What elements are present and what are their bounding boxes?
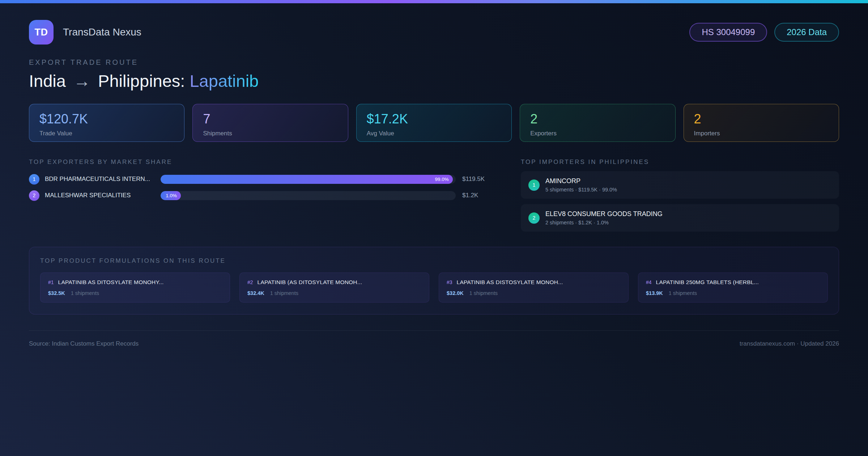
product-rank: #4 [646, 279, 652, 285]
market-share-bar-track: 1.0% [161, 191, 456, 200]
hs-code-badge[interactable]: HS 30049099 [689, 23, 767, 42]
stat-card-shipments: 7 Shipments [192, 104, 348, 142]
product-rank: #3 [447, 279, 452, 285]
product-card[interactable]: #3 LAPATINIB AS DISTOSYLATE MONOH... $32… [439, 273, 629, 303]
arrow-icon: → [71, 71, 93, 90]
products-grid: #1 LAPATINIB AS DITOSYLATE MONOHY... $32… [40, 273, 828, 303]
product-shipments: 1 shipments [71, 290, 99, 296]
product-name: LAPATINIB AS DISTOSYLATE MONOH... [457, 279, 563, 286]
title-product: Lapatinib [190, 71, 259, 90]
stat-value: $120.7K [39, 111, 174, 127]
stat-value: $17.2K [367, 111, 501, 127]
title-origin: India [29, 71, 66, 90]
title-destination: Philippines: [98, 71, 185, 90]
product-card[interactable]: #4 LAPATINIB 250MG TABLETS (HERBL... $13… [638, 273, 828, 303]
exporters-heading: TOP EXPORTERS BY MARKET SHARE [29, 159, 498, 166]
product-card-footer: $32.5K 1 shipments [48, 290, 222, 296]
exporter-row: 1 BDR PHARMACEUTICALS INTERN... 99.0% $1… [29, 174, 498, 185]
market-share-bar-fill: 99.0% [161, 175, 453, 184]
header-badges: HS 30049099 2026 Data [689, 23, 839, 42]
stat-card-avg-value: $17.2K Avg Value [356, 104, 512, 142]
product-card-header: #3 LAPATINIB AS DISTOSYLATE MONOH... [447, 279, 621, 286]
market-share-bar-track: 99.0% [161, 175, 456, 184]
importer-name: AMINCORP [545, 177, 617, 185]
product-name: LAPATINIB 250MG TABLETS (HERBL... [656, 279, 759, 286]
product-shipments: 1 shipments [270, 290, 298, 296]
brand-logo: TD [29, 20, 54, 45]
exporters-bar-chart: 1 BDR PHARMACEUTICALS INTERN... 99.0% $1… [29, 174, 498, 201]
exporter-name: BDR PHARMACEUTICALS INTERN... [39, 176, 161, 183]
stat-card-importers: 2 Importers [684, 104, 839, 142]
products-heading: TOP PRODUCT FORMULATIONS ON THIS ROUTE [40, 257, 828, 265]
main-columns: TOP EXPORTERS BY MARKET SHARE 1 BDR PHAR… [29, 159, 839, 232]
top-accent-bar [0, 0, 868, 3]
product-card[interactable]: #2 LAPATINIB (AS DITOSYLATE MONOH... $32… [239, 273, 429, 303]
product-value: $32.5K [48, 290, 65, 296]
rank-badge: 2 [528, 212, 540, 224]
exporter-name: MALLESHWAR SPECIALITIES [39, 192, 161, 199]
product-rank: #2 [247, 279, 253, 285]
stat-label: Exporters [530, 130, 665, 137]
stat-value: 2 [530, 111, 665, 127]
exporter-row: 2 MALLESHWAR SPECIALITIES 1.0% $1.2K [29, 190, 498, 201]
rank-badge: 2 [29, 190, 39, 201]
page-container: TD TransData Nexus HS 30049099 2026 Data… [0, 3, 868, 347]
importer-list-item[interactable]: 1 AMINCORP 5 shipments · $119.5K · 99.0% [521, 171, 839, 199]
page-title: India → Philippines: Lapatinib [29, 71, 839, 91]
eyebrow-label: EXPORT TRADE ROUTE [29, 58, 839, 67]
importer-info: AMINCORP 5 shipments · $119.5K · 99.0% [545, 177, 617, 193]
importer-name: ELEV8 CONSUMER GOODS TRADING [545, 210, 663, 218]
footer: Source: Indian Customs Export Records tr… [29, 330, 839, 347]
importers-section: TOP IMPORTERS IN PHILIPPINES 1 AMINCORP … [521, 159, 839, 232]
importer-info: ELEV8 CONSUMER GOODS TRADING 2 shipments… [545, 210, 663, 225]
market-share-bar-fill: 1.0% [161, 191, 181, 200]
stat-card-exporters: 2 Exporters [520, 104, 675, 142]
product-card-footer: $13.9K 1 shipments [646, 290, 820, 296]
product-shipments: 1 shipments [469, 290, 498, 296]
brand-name: TransData Nexus [63, 26, 141, 38]
stat-label: Importers [694, 130, 829, 137]
stat-value: 7 [203, 111, 337, 127]
footer-site: transdatanexus.com · Updated 2026 [740, 340, 839, 347]
header: TD TransData Nexus HS 30049099 2026 Data [29, 3, 839, 45]
footer-source: Source: Indian Customs Export Records [29, 340, 139, 347]
exporter-value: $119.5K [462, 176, 498, 183]
product-shipments: 1 shipments [669, 290, 697, 296]
stat-label: Trade Value [39, 130, 174, 137]
importer-meta: 2 shipments · $1.2K · 1.0% [545, 220, 663, 225]
year-badge[interactable]: 2026 Data [774, 23, 839, 42]
product-card-footer: $32.4K 1 shipments [247, 290, 421, 296]
importer-list-item[interactable]: 2 ELEV8 CONSUMER GOODS TRADING 2 shipmen… [521, 204, 839, 232]
importer-meta: 5 shipments · $119.5K · 99.0% [545, 187, 617, 193]
product-card-header: #1 LAPATINIB AS DITOSYLATE MONOHY... [48, 279, 222, 286]
product-card-header: #4 LAPATINIB 250MG TABLETS (HERBL... [646, 279, 820, 286]
product-rank: #1 [48, 279, 54, 285]
stat-label: Shipments [203, 130, 337, 137]
product-value: $32.4K [247, 290, 264, 296]
product-name: LAPATINIB AS DITOSYLATE MONOHY... [58, 279, 164, 286]
stat-value: 2 [694, 111, 829, 127]
product-card-header: #2 LAPATINIB (AS DITOSYLATE MONOH... [247, 279, 421, 286]
exporter-value: $1.2K [462, 192, 498, 199]
product-value: $32.0K [447, 290, 464, 296]
stat-cards-row: $120.7K Trade Value 7 Shipments $17.2K A… [29, 104, 839, 142]
stat-label: Avg Value [367, 130, 501, 137]
rank-badge: 1 [528, 180, 540, 191]
importers-heading: TOP IMPORTERS IN PHILIPPINES [521, 159, 839, 166]
product-name: LAPATINIB (AS DITOSYLATE MONOH... [258, 279, 362, 286]
products-panel: TOP PRODUCT FORMULATIONS ON THIS ROUTE #… [29, 247, 839, 314]
rank-badge: 1 [29, 174, 39, 185]
product-value: $13.9K [646, 290, 663, 296]
product-card[interactable]: #1 LAPATINIB AS DITOSYLATE MONOHY... $32… [40, 273, 230, 303]
stat-card-trade-value: $120.7K Trade Value [29, 104, 184, 142]
brand: TD TransData Nexus [29, 20, 141, 45]
exporters-section: TOP EXPORTERS BY MARKET SHARE 1 BDR PHAR… [29, 159, 498, 232]
product-card-footer: $32.0K 1 shipments [447, 290, 621, 296]
